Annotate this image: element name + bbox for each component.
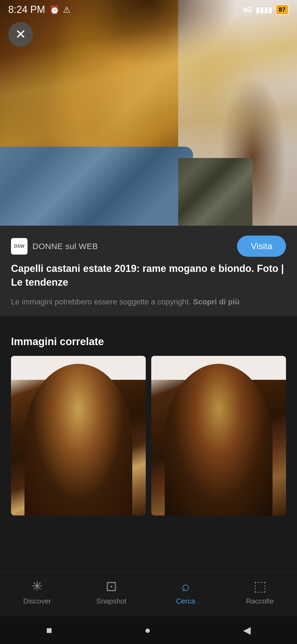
- discover-icon: ✳: [31, 578, 43, 594]
- close-button[interactable]: ✕: [8, 22, 33, 47]
- related-title: Immagini correlate: [11, 336, 286, 348]
- status-right: 4G ▮▮▮▮ 87: [243, 4, 289, 15]
- nav-label-snapshot: Snapshot: [96, 597, 127, 605]
- snapshot-icon: ⊡: [106, 578, 117, 594]
- warning-icon: ⚠: [63, 5, 70, 15]
- related-image-2-inner: [151, 356, 286, 515]
- related-image-1-inner: [11, 356, 146, 515]
- status-left: 8:24 PM ⏰ ⚠: [8, 4, 70, 15]
- main-image: [0, 0, 297, 226]
- copyright-link[interactable]: Scopri di più: [193, 298, 240, 306]
- back-button[interactable]: ◀: [243, 624, 251, 636]
- related-grid: [11, 356, 286, 515]
- home-button[interactable]: ●: [145, 624, 151, 636]
- related-section: Immagini correlate: [0, 336, 297, 515]
- source-info: DSW DONNE sul WEB: [11, 238, 98, 255]
- nav-item-raccolte[interactable]: ⬚ Raccolte: [223, 578, 297, 605]
- battery-level: 87: [276, 4, 289, 15]
- status-time: 8:24 PM: [8, 4, 45, 15]
- bottom-nav: ✳ Discover ⊡ Snapshot ⌕ Cerca ⬚ Raccolte: [0, 572, 297, 616]
- ri1-hair: [24, 364, 132, 515]
- source-logo-text: DSW: [14, 244, 24, 249]
- status-icons: ⏰ ⚠: [50, 5, 70, 15]
- search-icon: ⌕: [182, 578, 190, 594]
- battery-indicator: 87: [276, 4, 289, 15]
- network-type: 4G: [243, 6, 252, 14]
- visit-button[interactable]: Visita: [237, 236, 286, 257]
- source-logo: DSW: [11, 238, 28, 255]
- article-title: Capelli castani estate 2019: rame mogano…: [11, 262, 286, 290]
- jacket-area: [0, 147, 193, 226]
- copyright-notice: Le immagini potrebbero essere soggette a…: [11, 296, 286, 308]
- related-image-1[interactable]: [11, 356, 146, 515]
- nav-label-cerca: Cerca: [176, 597, 195, 605]
- signal-bars-icon: ▮▮▮▮: [256, 5, 272, 14]
- nav-label-raccolte: Raccolte: [246, 597, 274, 605]
- collections-icon: ⬚: [254, 578, 266, 594]
- info-panel: DSW DONNE sul WEB Visita Capelli castani…: [0, 226, 297, 316]
- related-image-2[interactable]: [151, 356, 286, 515]
- recent-apps-button[interactable]: ■: [46, 624, 52, 636]
- nav-item-cerca[interactable]: ⌕ Cerca: [148, 578, 223, 605]
- copyright-text: Le immagini potrebbero essere soggette a…: [11, 298, 191, 306]
- alarm-icon: ⏰: [50, 5, 60, 15]
- nav-label-discover: Discover: [23, 597, 51, 605]
- nav-item-snapshot[interactable]: ⊡ Snapshot: [74, 578, 148, 605]
- source-row: DSW DONNE sul WEB Visita: [11, 236, 286, 257]
- source-name: DONNE sul WEB: [32, 242, 98, 251]
- nav-item-discover[interactable]: ✳ Discover: [0, 578, 74, 605]
- system-nav: ■ ● ◀: [0, 616, 297, 644]
- status-bar: 8:24 PM ⏰ ⚠ 4G ▮▮▮▮ 87: [0, 0, 297, 19]
- scarf-area: [178, 158, 252, 226]
- close-icon: ✕: [15, 28, 26, 41]
- ri2-hair: [165, 364, 273, 515]
